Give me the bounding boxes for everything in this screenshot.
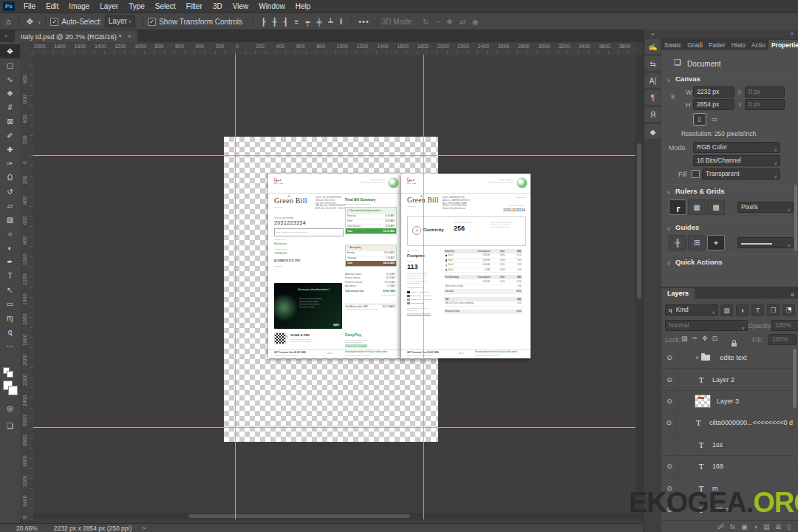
layer-visibility-toggle[interactable] — [661, 434, 678, 455]
align-bottom-edges-icon[interactable]: ┷ — [325, 18, 336, 26]
vertical-guide[interactable] — [423, 55, 424, 519]
zoom-level-field[interactable]: 20.66% — [16, 525, 38, 532]
horizontal-ruler[interactable]: 2000180016001400120010008006004002000200… — [33, 42, 635, 55]
more-options-icon[interactable]: ••• — [355, 17, 372, 26]
chevron-down-icon[interactable]: ∨ — [666, 260, 671, 267]
chevron-down-icon[interactable]: ∨ — [666, 225, 671, 232]
healing-brush-tool[interactable]: ✚ — [0, 143, 20, 157]
lock-position-icon[interactable]: ✥ — [702, 335, 708, 342]
layer-visibility-toggle[interactable]: ⊙ — [661, 347, 678, 368]
gradient-tool[interactable]: ▨ — [0, 213, 20, 227]
adjustments-panel-icon[interactable]: ⇆ — [645, 56, 661, 71]
pen-tool[interactable]: ✒ — [0, 255, 20, 269]
expand-panels-icon[interactable]: « — [644, 30, 662, 37]
vertical-ruler[interactable]: 8006004002000200400600800100012001400160… — [20, 55, 34, 519]
lock-transparent-pixels-icon[interactable]: ▨ — [681, 335, 688, 342]
layer-row[interactable]: T 1ss — [661, 434, 793, 456]
vertical-guide[interactable] — [235, 55, 236, 519]
menu-item[interactable]: Window — [253, 2, 290, 10]
layer-visibility-toggle[interactable]: ⊙ — [661, 412, 677, 433]
lock-guides-button[interactable]: ⊞ — [688, 235, 706, 250]
canvas-vertical-scrollbar[interactable] — [635, 55, 643, 519]
layer-row[interactable]: ⊙ T 169 — [661, 456, 793, 477]
edit-toolbar[interactable]: ⋯ — [0, 339, 20, 353]
new-adjustment-layer-icon[interactable]: ◑ — [754, 523, 757, 531]
menu-item[interactable]: Filter — [181, 2, 208, 10]
3d-pan-icon[interactable]: ✥ — [443, 18, 456, 26]
add-layer-mask-icon[interactable]: ▣ — [741, 523, 748, 531]
fill-dropdown[interactable]: Transparent∨ — [702, 168, 780, 180]
eraser-tool[interactable]: ▱ — [0, 199, 20, 213]
canvas-horizontal-scrollbar[interactable] — [33, 513, 635, 519]
y-field[interactable]: 0 px — [745, 99, 785, 110]
filter-adjustment-layers-icon[interactable]: ◑ — [736, 304, 748, 316]
align-left-edges-icon[interactable]: ┠ — [258, 18, 269, 26]
filter-shape-layers-icon[interactable]: ❒ — [767, 304, 780, 316]
new-group-icon[interactable]: ▤ — [763, 523, 770, 531]
dodge-tool[interactable]: ◐ — [0, 241, 20, 255]
frame-tool[interactable]: ⊠ — [0, 115, 20, 129]
auto-select-checkbox[interactable]: ✓ — [50, 18, 58, 26]
opacity-field[interactable]: 100% — [771, 320, 798, 331]
status-options-chevron[interactable]: > — [142, 525, 146, 532]
zoom-tool[interactable]: ɋ — [0, 325, 20, 339]
rectangle-tool[interactable]: ▭ — [0, 297, 20, 311]
3d-roll-icon[interactable]: ◔ — [432, 18, 443, 26]
auto-select-target-dropdown[interactable]: Layer ∨ — [105, 16, 135, 27]
rectangular-marquee-tool[interactable]: ▢ — [0, 58, 20, 72]
lasso-tool[interactable]: ∿ — [0, 72, 20, 86]
toggle-grid-button[interactable]: ▦ — [688, 200, 706, 215]
ruler-origin-corner[interactable] — [20, 42, 34, 55]
panel-tab[interactable]: Actio — [748, 40, 768, 50]
layer-filter-kind-dropdown[interactable]: ɋ Kind ∨ — [665, 304, 718, 316]
layers-scrollbar[interactable] — [793, 349, 797, 408]
layer-visibility-toggle[interactable]: ⊙ — [661, 369, 678, 389]
layer-row[interactable]: ⊙ T cilta0000000...<<<<<<<<0 d — [661, 412, 793, 434]
close-icon[interactable]: × — [127, 33, 131, 40]
3d-dolly-icon[interactable]: ◉ — [469, 18, 482, 26]
toggle-rulers-button[interactable]: ┏ — [669, 200, 686, 215]
align-right-edges-icon[interactable]: ┨ — [280, 18, 291, 26]
eyedropper-tool[interactable]: ✐ — [0, 129, 20, 143]
menu-item[interactable]: 3D — [208, 2, 228, 10]
swap-colors-icon[interactable] — [7, 371, 13, 378]
clone-stamp-tool[interactable]: Ω — [0, 171, 20, 185]
hand-tool[interactable]: ɱ — [0, 311, 20, 325]
menu-item[interactable]: File — [18, 2, 41, 10]
collapse-panels-icon[interactable]: » — [791, 31, 794, 36]
panel-tab[interactable]: Histo — [729, 40, 748, 50]
new-guide-layout-button[interactable]: ╫ — [669, 235, 686, 250]
chevron-down-icon[interactable]: ∨ — [666, 77, 671, 83]
fill-checkbox[interactable] — [692, 170, 700, 178]
color-mode-dropdown[interactable]: RGB Color∨ — [693, 142, 780, 153]
horizontal-guide[interactable] — [33, 155, 635, 156]
3d-slide-icon[interactable]: ⇄ — [456, 18, 468, 26]
new-layer-icon[interactable]: ⊞ — [776, 523, 782, 531]
type-tool[interactable]: T — [0, 269, 20, 283]
width-field[interactable]: 2232 px — [693, 86, 734, 98]
canvas-area[interactable]: ديوا فواتير خضراء هيئة الكهرباء والمياه … — [33, 55, 635, 519]
x-field[interactable]: 0 px — [745, 86, 785, 98]
background-color-swatch[interactable] — [8, 386, 18, 395]
quick-mask-button[interactable]: ◎ — [0, 401, 20, 415]
menu-item[interactable]: Edit — [41, 2, 64, 10]
layer-effects-icon[interactable]: fx — [730, 523, 735, 531]
history-brush-tool[interactable]: ↺ — [0, 185, 20, 199]
scrollbar-thumb[interactable] — [637, 143, 641, 299]
align-horizontal-centers-icon[interactable]: ╂ — [269, 18, 280, 26]
show-transform-checkbox[interactable]: ✓ — [148, 18, 156, 26]
lock-image-pixels-icon[interactable]: ✑ — [692, 335, 698, 342]
filter-type-layers-icon[interactable]: T — [751, 304, 764, 316]
menu-item[interactable]: Help — [290, 2, 316, 10]
layer-visibility-toggle[interactable]: ⊙ — [661, 391, 678, 412]
move-tool-icon[interactable]: ✥ — [24, 17, 36, 27]
toggle-pixel-grid-button[interactable]: ▩ — [707, 200, 725, 215]
menu-item[interactable]: Select — [150, 2, 181, 10]
align-vertical-centers-icon[interactable]: ╪ — [313, 18, 325, 26]
blend-mode-dropdown[interactable]: Normal∨ — [665, 320, 748, 331]
3d-panel-icon[interactable]: ◆ — [645, 124, 661, 139]
layers-menu-icon[interactable]: ≡ — [787, 291, 798, 299]
home-icon[interactable]: ⌂ — [3, 17, 14, 26]
3d-orbit-icon[interactable]: ↻ — [419, 18, 432, 26]
menu-item[interactable]: View — [228, 2, 254, 10]
